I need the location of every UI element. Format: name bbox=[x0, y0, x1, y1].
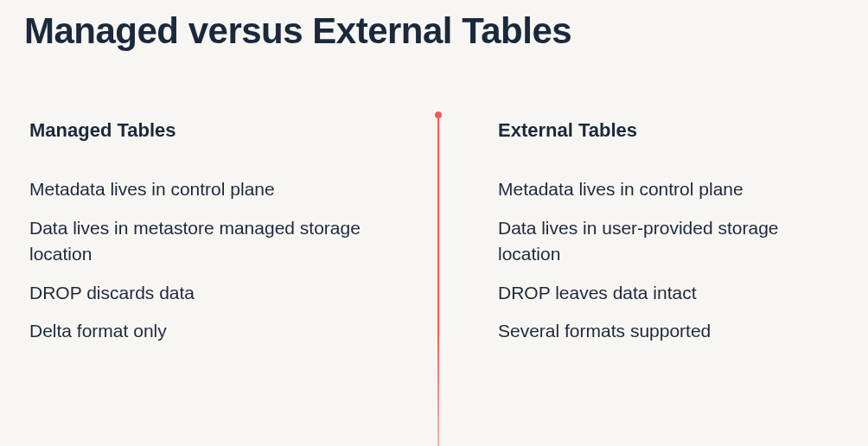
list-item: DROP discards data bbox=[29, 280, 365, 306]
list-item: Data lives in user-provided storage loca… bbox=[498, 215, 827, 268]
comparison-columns: Managed Tables Metadata lives in control… bbox=[24, 119, 844, 356]
managed-tables-column: Managed Tables Metadata lives in control… bbox=[24, 119, 434, 356]
managed-tables-heading: Managed Tables bbox=[29, 119, 365, 142]
external-tables-column: External Tables Metadata lives in contro… bbox=[434, 119, 844, 356]
list-item: Data lives in metastore managed storage … bbox=[29, 215, 365, 268]
list-item: DROP leaves data intact bbox=[498, 280, 827, 306]
column-divider bbox=[437, 114, 439, 446]
page-title: Managed versus External Tables bbox=[24, 10, 844, 52]
list-item: Metadata lives in control plane bbox=[498, 176, 827, 202]
list-item: Metadata lives in control plane bbox=[29, 176, 365, 202]
list-item: Delta format only bbox=[29, 318, 365, 344]
list-item: Several formats supported bbox=[498, 318, 827, 344]
external-tables-heading: External Tables bbox=[498, 119, 827, 142]
